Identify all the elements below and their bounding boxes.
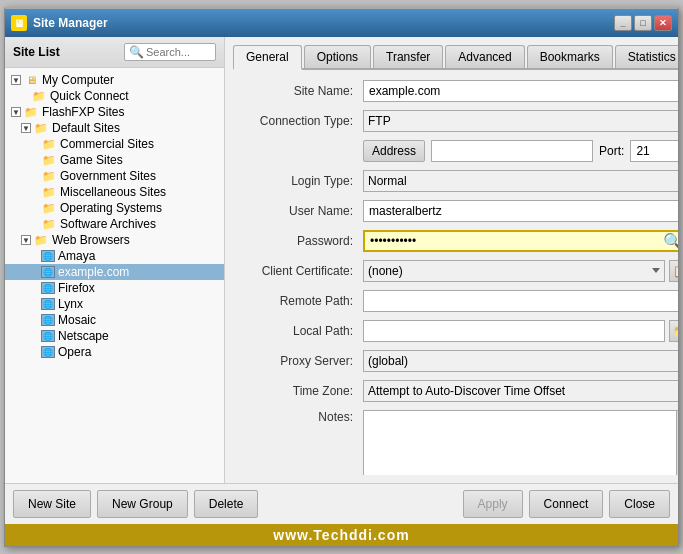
password-input[interactable] <box>363 230 678 252</box>
form-area: Site Name: Connection Type: FTP SFTP FTP… <box>233 80 678 475</box>
local-path-browse-button[interactable]: 📁 <box>669 320 678 342</box>
tree-item-government-sites[interactable]: 📁 Government Sites <box>5 168 224 184</box>
client-cert-row: Client Certificate: (none) 📋 <box>233 260 678 282</box>
folder-icon-commercial: 📁 <box>41 137 57 151</box>
folder-icon-software: 📁 <box>41 217 57 231</box>
login-type-row: Login Type: Normal Anonymous Account <box>233 170 678 192</box>
tab-bookmarks[interactable]: Bookmarks <box>527 45 613 68</box>
username-label: User Name: <box>233 204 363 218</box>
time-zone-row: Time Zone: Attempt to Auto-Discover Time… <box>233 380 678 402</box>
title-bar: 🖥 Site Manager _ □ ✕ <box>5 9 678 37</box>
tree-label-game-sites: Game Sites <box>60 153 123 167</box>
password-wrapper: 🔍 <box>363 230 678 252</box>
close-window-button[interactable]: ✕ <box>654 15 672 31</box>
tree-item-commercial-sites[interactable]: 📁 Commercial Sites <box>5 136 224 152</box>
tab-general[interactable]: General <box>233 45 302 70</box>
tree-label-default-sites: Default Sites <box>52 121 120 135</box>
local-path-row: Local Path: 📁 <box>233 320 678 342</box>
remote-path-input[interactable] <box>363 290 678 312</box>
folder-icon-gov: 📁 <box>41 169 57 183</box>
tree-item-web-browsers[interactable]: ▼ 📁 Web Browsers <box>5 232 224 248</box>
time-zone-select[interactable]: Attempt to Auto-Discover Time Offset (UT… <box>363 380 678 402</box>
site-manager-window: 🖥 Site Manager _ □ ✕ Site List 🔍 <box>4 7 679 547</box>
window-title: Site Manager <box>33 16 614 30</box>
new-site-button[interactable]: New Site <box>13 490 91 518</box>
tree-item-firefox[interactable]: 🌐 Firefox <box>5 280 224 296</box>
username-input[interactable] <box>363 200 678 222</box>
tree-item-misc-sites[interactable]: 📁 Miscellaneous Sites <box>5 184 224 200</box>
expand-default[interactable]: ▼ <box>21 123 31 133</box>
tree-item-flashfxp[interactable]: ▼ 📁 FlashFXP Sites <box>5 104 224 120</box>
search-icon: 🔍 <box>129 45 144 59</box>
cert-group: (none) 📋 <box>363 260 678 282</box>
address-button[interactable]: Address <box>363 140 425 162</box>
tree-item-os[interactable]: 📁 Operating Systems <box>5 200 224 216</box>
search-input[interactable] <box>146 46 211 58</box>
connection-type-row: Connection Type: FTP SFTP FTPS <box>233 110 678 132</box>
notes-textarea[interactable] <box>364 411 676 475</box>
delete-button[interactable]: Delete <box>194 490 259 518</box>
site-icon-netscape: 🌐 <box>41 330 55 342</box>
tree-item-mosaic[interactable]: 🌐 Mosaic <box>5 312 224 328</box>
password-row: Password: 🔍 <box>233 230 678 252</box>
expand-flashfxp[interactable]: ▼ <box>11 107 21 117</box>
site-tree: ▼ 🖥 My Computer 📁 Quick Connect ▼ 📁 Flas <box>5 68 224 483</box>
folder-icon-os: 📁 <box>41 201 57 215</box>
search-box[interactable]: 🔍 <box>124 43 216 61</box>
close-dialog-button[interactable]: Close <box>609 490 670 518</box>
login-type-label: Login Type: <box>233 174 363 188</box>
new-group-button[interactable]: New Group <box>97 490 188 518</box>
proxy-wrapper: (global) (none) <box>363 350 678 372</box>
tree-label-opera: Opera <box>58 345 91 359</box>
expand-my-computer[interactable]: ▼ <box>11 75 21 85</box>
tree-item-amaya[interactable]: 🌐 Amaya <box>5 248 224 264</box>
tree-item-quick-connect[interactable]: 📁 Quick Connect <box>5 88 224 104</box>
proxy-server-select[interactable]: (global) (none) <box>363 350 678 372</box>
site-list-label: Site List <box>13 45 60 59</box>
login-type-select[interactable]: Normal Anonymous Account <box>363 170 678 192</box>
tree-label-web-browsers: Web Browsers <box>52 233 130 247</box>
tab-statistics[interactable]: Statistics <box>615 45 678 68</box>
tab-transfer[interactable]: Transfer <box>373 45 443 68</box>
site-icon-opera: 🌐 <box>41 346 55 358</box>
tree-label-os: Operating Systems <box>60 201 162 215</box>
site-icon-example: 🌐 <box>41 266 55 278</box>
port-label: Port: <box>599 144 624 158</box>
tab-options[interactable]: Options <box>304 45 371 68</box>
address-input[interactable] <box>431 140 593 162</box>
notes-scrollbar[interactable] <box>676 411 678 475</box>
port-input[interactable] <box>630 140 678 162</box>
maximize-button[interactable]: □ <box>634 15 652 31</box>
tree-item-game-sites[interactable]: 📁 Game Sites <box>5 152 224 168</box>
password-label: Password: <box>233 234 363 248</box>
site-name-input[interactable] <box>363 80 678 102</box>
connection-type-wrapper: FTP SFTP FTPS <box>363 110 678 132</box>
apply-button[interactable]: Apply <box>463 490 523 518</box>
folder-icon-game: 📁 <box>41 153 57 167</box>
username-row: User Name: <box>233 200 678 222</box>
tree-item-lynx[interactable]: 🌐 Lynx <box>5 296 224 312</box>
connect-button[interactable]: Connect <box>529 490 604 518</box>
tree-item-default-sites[interactable]: ▼ 📁 Default Sites <box>5 120 224 136</box>
connection-type-select[interactable]: FTP SFTP FTPS <box>363 110 678 132</box>
tree-item-software[interactable]: 📁 Software Archives <box>5 216 224 232</box>
tree-label-government-sites: Government Sites <box>60 169 156 183</box>
tree-item-opera[interactable]: 🌐 Opera <box>5 344 224 360</box>
expand-web-browsers[interactable]: ▼ <box>21 235 31 245</box>
window-icon: 🖥 <box>11 15 27 31</box>
tree-item-netscape[interactable]: 🌐 Netscape <box>5 328 224 344</box>
local-path-input[interactable] <box>363 320 665 342</box>
tab-advanced[interactable]: Advanced <box>445 45 524 68</box>
tree-label-netscape: Netscape <box>58 329 109 343</box>
notes-row: Notes: <box>233 410 678 475</box>
timezone-wrapper: Attempt to Auto-Discover Time Offset (UT… <box>363 380 678 402</box>
cert-browse-button[interactable]: 📋 <box>669 260 678 282</box>
site-icon-firefox: 🌐 <box>41 282 55 294</box>
tree-item-example-com[interactable]: 🌐 example.com <box>5 264 224 280</box>
client-cert-select[interactable]: (none) <box>363 260 665 282</box>
tree-item-my-computer[interactable]: ▼ 🖥 My Computer <box>5 72 224 88</box>
tree-label-misc-sites: Miscellaneous Sites <box>60 185 166 199</box>
minimize-button[interactable]: _ <box>614 15 632 31</box>
folder-icon-default: 📁 <box>33 121 49 135</box>
tree-label-amaya: Amaya <box>58 249 95 263</box>
